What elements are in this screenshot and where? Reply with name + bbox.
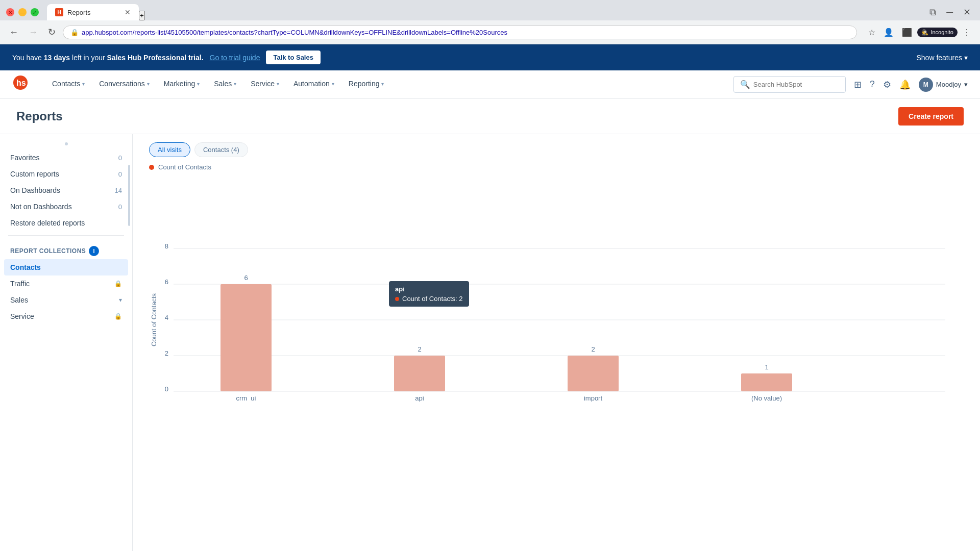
sidebar-collection-sales[interactable]: Sales ▾ — [0, 292, 132, 308]
bookmark-icon[interactable]: ☆ — [865, 26, 878, 39]
svg-text:api: api — [415, 394, 424, 402]
chevron-down-icon: ▾ — [381, 81, 384, 87]
not-on-dashboards-count: 0 — [118, 203, 122, 211]
talk-to-sales-btn[interactable]: Talk to Sales — [266, 51, 321, 64]
sidebar-item-not-on-dashboards[interactable]: Not on Dashboards 0 — [0, 198, 132, 215]
sidebar-divider — [8, 235, 124, 236]
incognito-icon: 🕵 — [921, 29, 928, 36]
nav-marketing[interactable]: Marketing ▾ — [157, 70, 207, 99]
win-min-btn[interactable]: ─ — [943, 5, 956, 20]
svg-text:(No value): (No value) — [751, 394, 782, 402]
chevron-down-icon: ▾ — [82, 81, 85, 87]
page-title-bar: Reports Create report — [0, 99, 980, 134]
header-right: 🔍 ⊞ ? ⚙ 🔔 M Moodjoy ▾ — [733, 76, 968, 93]
tab-close-btn[interactable]: ✕ — [125, 8, 131, 16]
chevron-down-icon: ▾ — [332, 81, 334, 87]
reload-btn[interactable]: ↻ — [45, 24, 59, 40]
bar-no-value — [741, 373, 792, 391]
svg-text:2: 2 — [591, 345, 595, 353]
hubspot-logo[interactable]: hs — [12, 74, 29, 94]
browser-chrome: ✕ — ⤢ H Reports ✕ + ⧉ ─ ✕ ← → ↻ 🔒 ☆ — [0, 0, 980, 44]
svg-text:2: 2 — [165, 349, 168, 357]
bar-import — [568, 356, 619, 391]
svg-text:Count of Contacts: Count of Contacts — [150, 293, 158, 346]
chevron-down-icon: ▾ — [197, 81, 200, 87]
nav-service[interactable]: Service ▾ — [243, 70, 286, 99]
sidebar-collection-service[interactable]: Service 🔒 — [0, 308, 132, 324]
trial-guide-link[interactable]: Go to trial guide — [210, 54, 260, 62]
chart-tab-all-visits[interactable]: All visits — [149, 142, 190, 157]
nav-sales[interactable]: Sales ▾ — [207, 70, 243, 99]
tab-title: Reports — [67, 9, 91, 16]
main-content: All visits Contacts (4) Count of Contact… — [133, 134, 980, 551]
nav-conversations[interactable]: Conversations ▾ — [92, 70, 157, 99]
user-menu[interactable]: M Moodjoy ▾ — [919, 78, 968, 92]
help-icon[interactable]: ? — [870, 79, 875, 90]
window-min-btn[interactable]: — — [18, 8, 27, 16]
search-icon: 🔍 — [740, 80, 750, 89]
trial-days: 13 days — [44, 54, 70, 62]
browser-window-controls: ✕ — ⤢ — [6, 8, 39, 16]
active-tab[interactable]: H Reports ✕ — [47, 4, 139, 20]
sidebar-collection-contacts[interactable]: Contacts — [4, 259, 128, 276]
window-max-btn[interactable]: ⤢ — [31, 8, 39, 16]
search-input[interactable] — [753, 81, 839, 88]
notifications-icon[interactable]: 🔔 — [899, 79, 911, 90]
sidebar-item-custom-reports[interactable]: Custom reports 0 — [0, 166, 132, 182]
back-btn[interactable]: ← — [6, 25, 21, 40]
create-report-btn[interactable]: Create report — [898, 107, 964, 126]
win-close-btn[interactable]: ✕ — [960, 5, 974, 20]
bar-api — [394, 356, 445, 391]
chart-wrapper: 0 2 4 6 8 Count of Contacts 6 — [149, 179, 964, 410]
nav-automation[interactable]: Automation ▾ — [286, 70, 341, 99]
window-close-btn[interactable]: ✕ — [6, 8, 14, 16]
sidebar-scrollbar[interactable] — [128, 165, 130, 226]
svg-text:import: import — [584, 394, 603, 402]
page-container: Favorites 0 Custom reports 0 On Dashboar… — [0, 134, 980, 551]
sidebar-collection-traffic[interactable]: Traffic 🔒 — [0, 276, 132, 292]
svg-text:6: 6 — [165, 278, 168, 286]
trial-message: You have 13 days left in your Sales Hub … — [12, 54, 204, 62]
info-icon[interactable]: i — [89, 246, 99, 256]
address-bar[interactable]: 🔒 — [63, 26, 857, 39]
incognito-label: Incognito — [930, 29, 953, 35]
url-input[interactable] — [82, 29, 849, 36]
sidebar-item-favorites[interactable]: Favorites 0 — [0, 149, 132, 166]
browser-toolbar: ← → ↻ 🔒 ☆ 👤 ⬛ 🕵 Incognito ⋮ — [0, 20, 980, 44]
extensions-icon[interactable]: ⬛ — [899, 26, 915, 39]
chevron-down-icon: ▾ — [147, 81, 150, 87]
svg-text:8: 8 — [165, 242, 168, 250]
on-dashboards-count: 14 — [115, 187, 122, 194]
sidebar-item-on-dashboards[interactable]: On Dashboards 14 — [0, 182, 132, 198]
chart-tab-contacts[interactable]: Contacts (4) — [194, 142, 248, 157]
svg-text:crm_ui: crm_ui — [236, 394, 256, 402]
chevron-down-icon: ▾ — [277, 81, 279, 87]
nav-contacts[interactable]: Contacts ▾ — [45, 70, 92, 99]
favorites-count: 0 — [118, 154, 122, 162]
show-features-btn[interactable]: Show features ▾ — [917, 54, 968, 62]
chart-tabs: All visits Contacts (4) — [149, 142, 964, 157]
restore-btn[interactable]: ⧉ — [926, 5, 939, 20]
profile-icon[interactable]: 👤 — [880, 26, 897, 39]
custom-reports-count: 0 — [118, 170, 122, 178]
legend-dot — [149, 165, 154, 170]
search-box[interactable]: 🔍 — [733, 76, 846, 93]
sidebar: Favorites 0 Custom reports 0 On Dashboar… — [0, 134, 133, 551]
sidebar-item-restore-deleted[interactable]: Restore deleted reports — [0, 215, 132, 231]
svg-text:4: 4 — [165, 314, 168, 321]
settings-icon[interactable]: ⚙ — [883, 79, 891, 90]
chart-svg: 0 2 4 6 8 Count of Contacts 6 — [149, 187, 955, 402]
main-nav: Contacts ▾ Conversations ▾ Marketing ▾ S… — [45, 70, 733, 99]
nav-reporting[interactable]: Reporting ▾ — [341, 70, 391, 99]
chart-area: All visits Contacts (4) Count of Contact… — [133, 134, 980, 418]
browser-titlebar: ✕ — ⤢ H Reports ✕ + ⧉ ─ ✕ — [0, 0, 980, 20]
new-tab-btn[interactable]: + — [139, 11, 145, 20]
trial-banner: You have 13 days left in your Sales Hub … — [0, 44, 980, 70]
chevron-down-icon: ▾ — [234, 81, 236, 87]
forward-btn[interactable]: → — [26, 25, 41, 40]
marketplace-icon[interactable]: ⊞ — [854, 79, 862, 90]
more-options-icon[interactable]: ⋮ — [960, 26, 974, 39]
lock-icon: 🔒 — [114, 280, 122, 287]
legend-label: Count of Contacts — [158, 163, 211, 171]
ssl-lock-icon: 🔒 — [70, 29, 79, 36]
